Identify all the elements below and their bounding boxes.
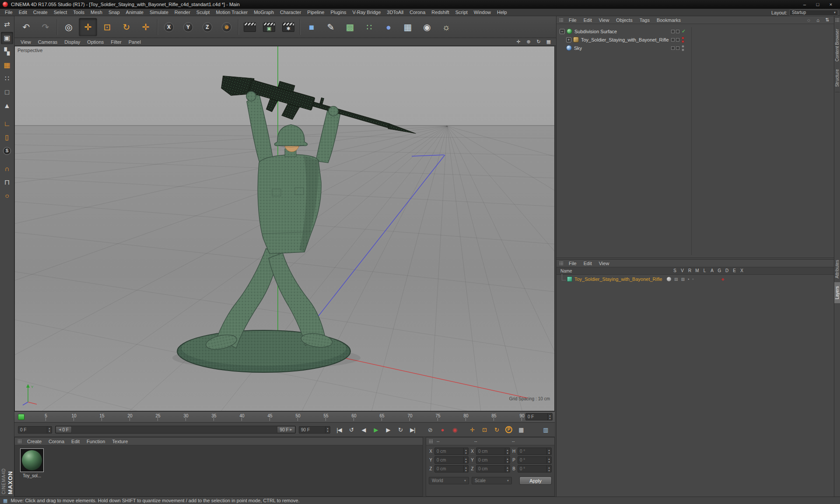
menu-item[interactable]: View <box>595 261 613 266</box>
panel-grip-icon[interactable] <box>18 439 22 444</box>
menu-item[interactable]: Edit <box>16 9 30 15</box>
next-key-button[interactable]: ↻ <box>395 424 406 435</box>
layer-toggle[interactable] <box>671 46 675 50</box>
lock-y-axis-icon[interactable]: Y <box>179 18 197 36</box>
spinner-arrows[interactable] <box>463 466 468 472</box>
record-rotation-button[interactable]: ↻ <box>491 424 502 435</box>
layer-toggle[interactable] <box>671 38 675 42</box>
menu-item[interactable]: Window <box>471 9 494 15</box>
environment-icon[interactable]: ▦ <box>399 18 417 36</box>
snap-magnet-icon[interactable]: ∩ <box>1 163 13 175</box>
position-z-field[interactable]: 0 cm <box>434 465 469 472</box>
spinner-arrows[interactable] <box>463 448 468 455</box>
viewport-menu-item[interactable]: Panel <box>125 39 144 45</box>
spinner-arrows[interactable] <box>547 413 552 420</box>
menu-item[interactable]: File <box>565 261 580 266</box>
move-tool-icon[interactable]: ✛ <box>79 18 97 36</box>
goto-end-button[interactable]: ▶| <box>407 424 418 435</box>
layer-toggle[interactable] <box>671 30 675 33</box>
rotation-p-field[interactable]: 0 ° <box>518 456 552 464</box>
polygon-mode-icon[interactable]: ▲ <box>1 100 13 112</box>
modeling-axis-icon[interactable]: ○ <box>1 190 13 202</box>
apply-button[interactable]: Apply <box>519 476 552 485</box>
position-y-field[interactable]: 0 cm <box>434 456 469 464</box>
menu-item[interactable]: Character <box>277 9 304 15</box>
dock-tab[interactable]: Layers <box>834 282 840 303</box>
primitive-cube-icon[interactable]: ■ <box>302 18 321 36</box>
timeline-frame-field[interactable]: 0 F <box>525 413 553 420</box>
point-mode-icon[interactable]: ∷ <box>1 73 13 85</box>
collapse-icon[interactable]: − <box>560 29 565 34</box>
menu-item[interactable]: Redshift <box>428 9 452 15</box>
dock-tab[interactable]: Attributes <box>834 256 840 282</box>
viewport-menu-item[interactable]: Options <box>84 39 107 45</box>
spinner-arrows[interactable] <box>325 427 330 433</box>
material-column-icon[interactable]: ▤ <box>674 277 678 281</box>
axis-mode-icon[interactable]: ∟ <box>1 118 13 130</box>
spinner-arrows[interactable] <box>505 457 510 463</box>
viewport-menu-item[interactable]: View <box>17 39 35 45</box>
material-column-icon[interactable]: ▪ <box>688 277 689 281</box>
menu-item[interactable]: Help <box>494 9 510 15</box>
goto-start-button[interactable]: |◀ <box>333 424 345 435</box>
rotation-b-field[interactable]: 0 ° <box>518 465 552 472</box>
coord-scale-dropdown[interactable]: Scale <box>472 477 512 484</box>
timeline-layout-button[interactable]: ▥ <box>540 424 551 435</box>
record-pla-button[interactable]: ▦ <box>515 424 527 435</box>
sky-object-icon[interactable] <box>566 45 572 51</box>
layout-dropdown[interactable]: Startup <box>789 10 838 16</box>
dock-tab[interactable]: Structure <box>834 65 840 91</box>
preview-range-slider[interactable]: 0 F 90 F <box>55 426 296 434</box>
panel-grip-icon[interactable] <box>429 439 433 444</box>
om-filter-icon[interactable]: ⇅ <box>824 17 830 23</box>
render-settings-button[interactable]: ✱ <box>279 18 298 36</box>
spinner-arrows[interactable] <box>463 457 468 463</box>
viewport-rotate-icon[interactable]: ↻ <box>535 39 542 45</box>
material-thumbnail[interactable] <box>20 448 44 472</box>
undo-button[interactable]: ↶ <box>17 18 35 36</box>
next-frame-button[interactable]: ▶ <box>382 424 394 435</box>
object-row-sky[interactable]: Sky <box>556 44 834 52</box>
coord-space-dropdown[interactable]: World <box>429 477 469 484</box>
menu-item[interactable]: Motion Tracker <box>213 9 251 15</box>
size-dropdown[interactable]: -- <box>472 439 510 444</box>
menu-item[interactable]: Pipeline <box>304 9 327 15</box>
material-column-icon[interactable]: ◆ <box>721 277 724 281</box>
render-picture-viewer-button[interactable]: ▣ <box>260 18 278 36</box>
maximize-button[interactable]: □ <box>811 0 824 8</box>
dock-tab[interactable]: Content Browser <box>834 25 840 65</box>
material-preview-icon[interactable] <box>667 277 671 281</box>
menu-item[interactable]: Edit <box>580 18 595 23</box>
channel-column-header[interactable]: V <box>679 267 686 274</box>
menu-item[interactable]: Corona <box>406 9 428 15</box>
lock-z-axis-icon[interactable]: Z <box>198 18 217 36</box>
menu-item[interactable]: View <box>595 18 613 23</box>
menu-item[interactable]: Select <box>51 9 70 15</box>
perspective-viewport[interactable]: Perspective Grid Spacing : 10 cm Y <box>14 46 555 411</box>
deformer-icon[interactable]: ● <box>379 18 398 36</box>
spinner-arrows[interactable] <box>505 466 510 472</box>
menu-item[interactable]: Tags <box>636 18 653 23</box>
channel-column-header[interactable]: L <box>701 267 708 274</box>
range-end-grip[interactable]: 90 F <box>277 426 295 433</box>
coordinate-system-icon[interactable]: ⊕ <box>217 18 236 36</box>
render-view-button[interactable] <box>241 18 259 36</box>
material-column-icon[interactable]: ▨ <box>681 277 685 281</box>
material-column-icon[interactable]: ▫ <box>692 277 693 281</box>
camera-icon[interactable]: ◉ <box>418 18 436 36</box>
spline-pen-icon[interactable]: ✎ <box>322 18 340 36</box>
menu-item[interactable]: MoGraph <box>251 9 277 15</box>
range-start-grip[interactable]: 0 F <box>56 426 72 433</box>
expand-icon[interactable]: + <box>566 37 571 42</box>
range-track[interactable] <box>72 426 277 433</box>
keyframe-selection-button[interactable]: ◉ <box>449 424 460 435</box>
channel-column-header[interactable]: M <box>693 267 701 274</box>
rotation-h-field[interactable]: 0 ° <box>518 448 552 455</box>
timeline-ruler[interactable]: 51015202530354045505560657075808590 0 F <box>14 411 555 423</box>
menu-item[interactable]: Snap <box>105 9 123 15</box>
channel-column-header[interactable]: R <box>686 267 693 274</box>
viewport-menu-item[interactable]: Cameras <box>35 39 61 45</box>
texture-mode-icon[interactable]: ▚ <box>1 46 13 58</box>
tweak-mode-icon[interactable]: ▯ <box>1 131 13 144</box>
workplane-lock-icon[interactable]: ⊓ <box>1 176 13 189</box>
